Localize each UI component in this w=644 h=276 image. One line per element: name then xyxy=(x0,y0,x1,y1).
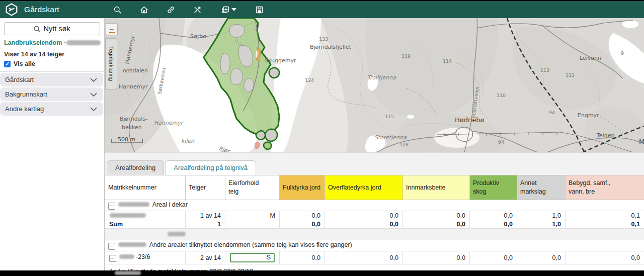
col-bebygd-samf-vann-bre: Bebygd, samf., vann, bre xyxy=(566,175,644,200)
map-label: Skuggemyr xyxy=(265,57,296,64)
area-table: Matrikkelnummer Teiger Eierforhold teig … xyxy=(105,175,644,270)
area-table-wrap: Matrikkelnummer Teiger Eierforhold teig … xyxy=(105,175,644,270)
value-cell: 0,0 xyxy=(325,251,403,264)
collapse-row-icon[interactable]: − xyxy=(108,203,115,210)
info-cell: Andre tilknyttede matrikkelnummer: 23/7 … xyxy=(105,264,644,271)
value-cell: 0,0 xyxy=(280,211,325,220)
teiger-status: Viser 14 av 14 teiger xyxy=(4,51,100,58)
new-search-button[interactable]: Nytt søk xyxy=(4,22,100,35)
teiger-cell: 2 av 14 xyxy=(186,251,225,264)
chevron-down-icon xyxy=(90,78,97,82)
group-header-cell: − Andre arealer tilknyttet eiendommen (s… xyxy=(105,240,644,251)
info-row: Andre tilknyttede matrikkelnummer: 23/7 … xyxy=(105,264,644,271)
arrow-left-icon: ← xyxy=(109,26,115,32)
map-label: Hannemyr xyxy=(154,120,184,126)
scale-label: 500 m xyxy=(118,136,135,143)
redacted-text xyxy=(119,254,134,259)
tab-arealfordeling[interactable]: Arealfordeling xyxy=(107,160,164,175)
value-cell: 0,0 xyxy=(325,211,403,220)
table-row: −-23/62 av 14S0,00,00,00,00,00,0 xyxy=(105,251,644,264)
col-fulldyrka-jord: Fulldyrka jord xyxy=(280,175,325,200)
map-label: 112 xyxy=(566,72,575,78)
sum-value-cell: 1,0 xyxy=(517,220,566,229)
chevron-down-icon xyxy=(90,107,97,111)
map-canvas[interactable]: 500 m HannemyrodsdalenHannemyrBjørndals-… xyxy=(105,18,644,152)
link-icon[interactable] xyxy=(167,6,175,14)
map-label: 114 xyxy=(443,58,452,64)
map-label: 128 xyxy=(399,142,409,147)
sum-value-cell: 0,1 xyxy=(566,220,644,229)
map-label: 133 xyxy=(319,36,328,42)
spacer-cell xyxy=(105,229,644,240)
matrikkel-cell xyxy=(105,211,186,220)
search-icon[interactable] xyxy=(113,6,122,14)
map-label: kilen xyxy=(181,138,195,144)
property-island xyxy=(256,131,265,139)
map-label: 113 xyxy=(540,67,549,73)
sidebar-divider xyxy=(0,71,104,72)
teiger-cell: 1 av 14 xyxy=(186,211,225,220)
chevron-down-icon xyxy=(231,8,236,11)
table-row: 1 av 14M0,00,00,00,01,00,1 xyxy=(105,211,644,220)
add-map-layers-icon[interactable] xyxy=(220,6,237,14)
collapse-row-icon[interactable]: − xyxy=(108,243,115,250)
col-teiger: Teiger xyxy=(186,175,225,200)
splitter-drag-handle[interactable] xyxy=(432,155,448,157)
map-label: 94 xyxy=(549,110,555,115)
app-logo-icon xyxy=(5,3,18,16)
collapse-underline xyxy=(109,32,115,33)
redacted-text xyxy=(118,242,146,247)
map-label: Hødnebø xyxy=(455,116,484,124)
home-icon[interactable] xyxy=(140,6,148,14)
map-label: 110 xyxy=(497,93,506,98)
legend-tab[interactable]: Tegnforklaring xyxy=(105,38,117,89)
redacted-text xyxy=(118,202,149,207)
map-label: Teigen xyxy=(596,132,614,139)
map-label: odsdalen xyxy=(123,67,148,74)
sum-label-cell: Sum xyxy=(105,220,186,229)
map-label: 115 xyxy=(385,114,394,119)
eierforhold-input[interactable]: S xyxy=(230,253,275,262)
chevron-down-icon xyxy=(90,93,97,97)
value-cell: 0,0 xyxy=(517,251,566,264)
area-table-body: − Areal i dekar1 av 14M0,00,00,00,01,00,… xyxy=(105,200,644,271)
tab-arealfordeling-teigniva[interactable]: Arealfordeling på teignivå xyxy=(165,160,256,175)
table-tabbar: Arealfordeling Arealfordeling på teigniv… xyxy=(105,159,644,175)
accordion-bakgrunnskart[interactable]: Bakgrunnskart xyxy=(0,87,103,101)
left-sidebar: Nytt søk Landbrukseiendom - Viser 14 av … xyxy=(0,18,105,270)
col-annet-markslag: Annet markslag xyxy=(517,175,566,200)
col-innmarksbeite: Innmarksbeite xyxy=(403,175,470,200)
map-label: 124 xyxy=(305,77,314,83)
vis-alle-checkbox[interactable]: ✓ xyxy=(4,61,11,67)
value-cell: 0,0 xyxy=(403,251,470,264)
value-cell: 0,1 xyxy=(566,211,644,220)
accordion-label: Gårdskart xyxy=(5,76,34,83)
collapse-row-icon[interactable]: − xyxy=(109,255,116,262)
value-cell: 0,0 xyxy=(566,251,644,264)
sum-row: Sum10,00,00,00,01,00,1 xyxy=(105,220,644,229)
group-header-row: − Andre arealer tilknyttet eiendommen (s… xyxy=(105,240,644,251)
accordion-label: Andre kartlag xyxy=(5,105,44,113)
navbar-icons xyxy=(113,1,264,18)
sum-value-cell: 0,0 xyxy=(470,220,517,229)
map-container[interactable]: 500 m HannemyrodsdalenHannemyrBjørndals-… xyxy=(105,18,644,152)
tools-icon[interactable] xyxy=(193,6,202,14)
property-island xyxy=(264,142,271,149)
map-table-splitter xyxy=(105,152,644,160)
matrikkel-cell: −-23/6 xyxy=(105,251,186,264)
search-icon xyxy=(34,26,40,32)
redacted-text xyxy=(110,213,146,218)
map-label: Trolltjenna xyxy=(367,74,396,81)
legend-tab-label: Tegnforklaring xyxy=(108,46,114,81)
collapse-panel-button[interactable]: ← xyxy=(106,23,118,35)
value-cell: 0,0 xyxy=(470,251,517,264)
col-matrikkelnummer: Matrikkelnummer xyxy=(105,175,186,200)
sum-value-cell: 0,0 xyxy=(403,220,470,229)
accordion-andre-kartlag[interactable]: Andre kartlag xyxy=(0,102,103,116)
app-title: Gårdskart xyxy=(24,5,59,14)
save-icon[interactable] xyxy=(255,6,264,14)
map-label: Sørbø xyxy=(190,33,206,40)
accordion-gardskart[interactable]: Gårdskart xyxy=(0,73,103,86)
map-label: 119 xyxy=(401,53,411,59)
bottom-bar xyxy=(0,270,644,276)
